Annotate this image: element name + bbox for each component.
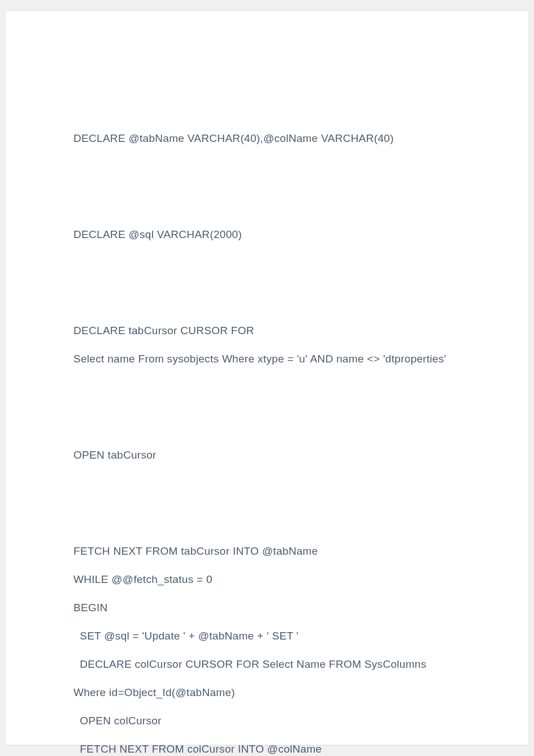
code-paragraph: FETCH NEXT FROM tabCursor INTO @tabName … [73,537,461,756]
code-paragraph: DECLARE tabCursor CURSOR FOR Select name… [73,317,461,373]
document-page: DECLARE @tabName VARCHAR(40),@colName VA… [6,11,528,745]
code-block: DECLARE @tabName VARCHAR(40),@colName VA… [73,68,461,756]
code-paragraph: DECLARE @sql VARCHAR(2000) [73,221,461,249]
code-paragraph: OPEN tabCursor [73,441,461,469]
code-paragraph: DECLARE @tabName VARCHAR(40),@colName VA… [73,124,461,153]
